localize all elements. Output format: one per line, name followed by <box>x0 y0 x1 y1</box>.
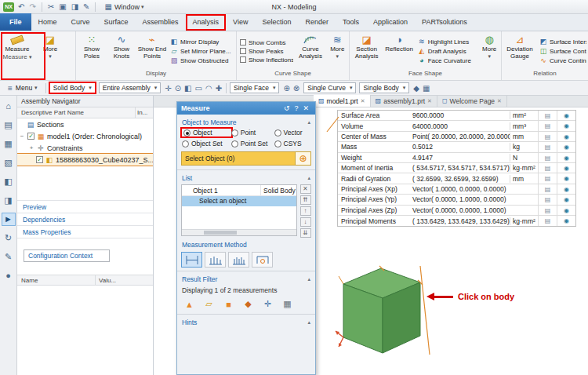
select-edge-icon[interactable]: ▭ <box>194 84 202 93</box>
section-object-to-measure[interactable]: Object to Measure ▴ <box>181 117 311 128</box>
remove-item-button[interactable]: ✕ <box>300 184 311 194</box>
show-inflections-checkbox[interactable]: Show Inflections <box>238 56 293 64</box>
create-expression-icon[interactable]: ▤ <box>538 184 557 194</box>
copy-icon[interactable]: ▣ <box>58 1 67 13</box>
scrollbar-thumb[interactable] <box>204 231 237 235</box>
measure-type-radio[interactable]: Point <box>231 129 274 137</box>
tree-item-model1[interactable]: − ✓ ▦ model1 (Order: Chronological) <box>17 130 153 142</box>
show-annotation-eye-icon[interactable]: ◉ <box>557 142 575 151</box>
navigator-section-link[interactable]: Preview <box>17 200 153 213</box>
highlight-icon[interactable]: ◠ <box>205 84 213 93</box>
tree-item-sections[interactable]: ▤ Sections <box>17 118 153 130</box>
show-annotation-eye-icon[interactable]: ◉ <box>557 195 575 204</box>
home-icon[interactable]: ⌂ <box>2 100 15 112</box>
diamond-filter-icon[interactable]: ◆ <box>240 297 256 311</box>
web-browser-icon[interactable]: ► <box>2 213 15 225</box>
ribbon-tab[interactable]: PARTsolutions <box>415 14 474 31</box>
show-annotation-eye-icon[interactable]: ◉ <box>557 216 575 226</box>
show-annotation-eye-icon[interactable]: ◉ <box>557 163 575 173</box>
window-menu[interactable]: ▦ Window ▾ <box>100 1 147 13</box>
measure-type-radio[interactable]: CSYS <box>274 140 310 147</box>
measure-type-radio[interactable]: Point Set <box>231 140 274 147</box>
ribbon-tab[interactable]: File <box>0 13 31 31</box>
column-descriptive-part-name[interactable]: Descriptive Part Name <box>17 107 136 118</box>
checkbox-checked-icon[interactable]: ✓ <box>27 133 34 140</box>
show-annotation-eye-icon[interactable]: ◉ <box>557 153 575 162</box>
measure-type-radio[interactable]: Object <box>182 129 231 137</box>
ruler-filter-icon[interactable]: ▱ <box>201 297 217 311</box>
column-name[interactable]: Name <box>17 275 96 285</box>
reflection-button[interactable]: ◑ Reflection <box>383 32 414 70</box>
ribbon-tab[interactable]: Curve <box>64 14 97 31</box>
object-list-group-row[interactable]: Object 1 Solid Body in <box>182 185 296 196</box>
collapse-icon[interactable]: ▴ <box>307 319 310 326</box>
redo-icon[interactable]: ↷ <box>28 1 36 13</box>
create-expression-icon[interactable]: ▤ <box>538 153 557 162</box>
part-navigator-icon[interactable]: ▧ <box>2 157 15 169</box>
ribbon-tab[interactable]: Analysis <box>186 14 227 31</box>
history-icon[interactable]: ↻ <box>2 232 15 244</box>
document-tab[interactable]: ◻ Welcome Page ✕ <box>437 95 507 107</box>
move-down-button[interactable]: ↓ <box>300 217 311 227</box>
show-annotation-eye-icon[interactable]: ◉ <box>557 173 575 183</box>
set-mirror-plane-button[interactable]: ▱ Set Mirror Plane... <box>169 47 234 55</box>
curve-continuity-button[interactable]: ∿ Curve Continuit... <box>538 56 586 64</box>
method-projection-button[interactable] <box>252 252 273 268</box>
measure-more-button[interactable]: ◪ More ▾ <box>34 32 66 59</box>
move-to-top-button[interactable]: ⇈ <box>300 195 311 205</box>
snap-point-crosshair-button[interactable]: ⊕ <box>296 151 311 166</box>
cut-icon[interactable]: ✂ <box>47 1 55 13</box>
draft-analysis-button[interactable]: ◭ Draft Analysis <box>416 47 478 55</box>
face-rule-option-icon[interactable]: ⊕ <box>282 84 290 93</box>
deviation-gauge-button[interactable]: ⊿ Deviation Gauge <box>503 32 536 70</box>
dialog-reset-icon[interactable]: ↺ <box>281 104 292 112</box>
navigator-section-link[interactable]: Dependencies <box>17 213 153 225</box>
grid-snap-icon[interactable]: ▦ <box>422 84 430 93</box>
ribbon-tab[interactable]: View <box>226 14 255 31</box>
select-point-icon[interactable]: ⊙ <box>174 84 182 93</box>
method-double-comb-button[interactable] <box>228 252 249 268</box>
dialog-close-icon[interactable]: ✕ <box>300 104 311 112</box>
cone-filter-icon[interactable]: ▲ <box>181 297 198 311</box>
section-result-filter[interactable]: Result Filter ▴ <box>181 274 311 285</box>
assembly-navigator-icon[interactable]: ▤ <box>2 119 15 131</box>
collapse-expander-icon[interactable]: − <box>19 133 25 140</box>
close-tab-icon[interactable]: ✕ <box>497 98 502 104</box>
tree-item-constraints[interactable]: + ✛ Constraints <box>17 142 153 154</box>
expand-expander-icon[interactable]: + <box>28 144 34 151</box>
roles-icon[interactable]: ✎ <box>2 251 15 263</box>
create-expression-icon[interactable]: ▤ <box>538 216 557 226</box>
create-expression-icon[interactable]: ▤ <box>538 111 557 120</box>
measure-type-radio[interactable]: Object Set <box>182 140 231 147</box>
show-poles-button[interactable]: ⁙ Show Poles <box>78 32 106 70</box>
general-selection-icon[interactable]: ✚ <box>215 84 223 93</box>
create-expression-icon[interactable]: ▤ <box>538 132 557 141</box>
create-expression-icon[interactable]: ▤ <box>538 195 557 204</box>
select-face-icon[interactable]: ◧ <box>183 84 192 93</box>
configuration-context-label[interactable]: Configuration Context <box>24 249 110 262</box>
box-filter-icon[interactable]: ■ <box>220 297 237 311</box>
hd3d-tools-icon[interactable]: ◨ <box>2 195 15 206</box>
stop-at-intersection-icon[interactable]: ⊗ <box>292 84 300 93</box>
ribbon-tab[interactable]: Render <box>299 14 336 31</box>
highlight-lines-button[interactable]: ≋ Highlight Lines <box>416 38 478 46</box>
menu-button[interactable]: ≡ Menu ▾ <box>2 82 42 94</box>
curve-shape-more-button[interactable]: ≋ More ▾ <box>328 32 347 70</box>
measure-button[interactable]: Measure <box>2 32 33 53</box>
curve-rule-dropdown[interactable]: Single Curve ▾ <box>303 82 356 93</box>
tree-item-cube-component[interactable]: ✓ ◧ 15888863030_Cube40237_S... <box>17 154 153 166</box>
body-rule-option-icon[interactable]: ◆ <box>412 84 420 93</box>
collapse-icon[interactable]: ▴ <box>307 175 310 181</box>
paste-icon[interactable]: ◨ <box>71 1 79 13</box>
show-annotation-eye-icon[interactable]: ◉ <box>557 184 575 194</box>
nx-logo-icon[interactable]: NX <box>3 2 14 12</box>
create-expression-icon[interactable]: ▤ <box>538 121 557 130</box>
axes-filter-icon[interactable]: ✛ <box>260 297 276 311</box>
show-annotation-eye-icon[interactable]: ◉ <box>557 111 575 120</box>
section-analysis-button[interactable]: ◪ Section Analysis <box>351 32 382 70</box>
horizontal-scrollbar[interactable] <box>182 229 296 235</box>
section-list[interactable]: List ▴ <box>181 173 311 184</box>
create-expression-icon[interactable]: ▤ <box>538 163 557 173</box>
ribbon-tab[interactable]: Home <box>31 14 64 31</box>
close-tab-icon[interactable]: ✕ <box>361 98 365 104</box>
